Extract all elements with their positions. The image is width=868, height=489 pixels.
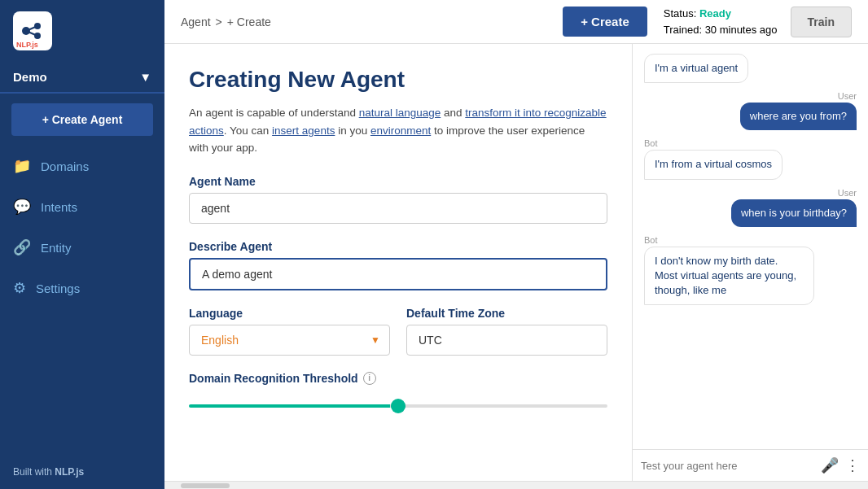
chat-message-3: User when is your birthday? <box>644 188 857 227</box>
breadcrumb-agent: Agent <box>181 15 211 28</box>
agent-name-label: Agent Name <box>189 175 607 188</box>
chat-bubble-bot: I'm a virtual agent <box>644 54 748 83</box>
create-agent-button[interactable]: + Create Agent <box>11 103 153 136</box>
chat-input-area: 🎤 ⋮ <box>633 449 868 481</box>
content-row: Creating New Agent An agent is capable o… <box>164 44 868 481</box>
timezone-group: Default Time Zone <box>406 307 607 356</box>
slider-container <box>189 393 607 414</box>
chat-bubble-user3: when is your birthday? <box>731 199 857 227</box>
chevron-down-icon: ▼ <box>139 70 151 84</box>
breadcrumb: Agent > + Create <box>181 15 563 28</box>
chat-bubble-user: where are you from? <box>740 103 857 130</box>
demo-label: Demo <box>13 70 47 84</box>
chat-label-user1: User <box>838 91 857 101</box>
chat-panel: I'm a virtual agent User where are you f… <box>632 44 868 481</box>
chat-messages: I'm a virtual agent User where are you f… <box>633 44 868 449</box>
main-area: Agent > + Create + Create Status: Ready … <box>164 0 868 489</box>
language-select[interactable]: English Spanish French German <box>189 325 390 356</box>
demo-dropdown[interactable]: Demo ▼ <box>0 62 164 94</box>
create-button[interactable]: + Create <box>563 7 647 37</box>
sidebar-item-settings[interactable]: ⚙ Settings <box>0 268 164 308</box>
logo-area: NLP.js <box>0 0 164 62</box>
chat-label-user3: User <box>838 188 857 198</box>
status-area: Status: Ready Trained: 30 minutes ago <box>664 6 778 37</box>
language-select-wrapper: English Spanish French German ▼ <box>189 325 390 356</box>
entity-icon: 🔗 <box>13 238 31 256</box>
more-button[interactable]: ⋮ <box>845 456 860 474</box>
sidebar-item-domains[interactable]: 📁 Domains <box>0 146 164 186</box>
describe-label: Describe Agent <box>189 240 607 253</box>
trained-label: Trained: <box>664 24 702 36</box>
page-title: Creating New Agent <box>189 67 607 93</box>
timezone-input[interactable] <box>406 325 607 356</box>
breadcrumb-separator: > <box>216 15 222 28</box>
form-panel: Creating New Agent An agent is capable o… <box>164 44 632 481</box>
trained-value: 30 minutes ago <box>705 24 778 36</box>
threshold-slider[interactable] <box>189 404 607 408</box>
form-hscroll-thumb <box>181 483 230 488</box>
sidebar-footer: Built with NLP.js <box>0 455 164 489</box>
sidebar-item-domains-label: Domains <box>41 159 89 173</box>
desc-insert: insert agents <box>272 124 335 137</box>
desc-agent: agent <box>205 107 233 119</box>
agent-name-group: Agent Name <box>189 175 607 224</box>
intents-icon: 💬 <box>13 198 31 216</box>
folder-icon: 📁 <box>13 157 31 175</box>
sidebar-item-intents[interactable]: 💬 Intents <box>0 186 164 227</box>
chat-message-0: I'm a virtual agent <box>644 54 857 83</box>
sidebar-item-entity[interactable]: 🔗 Entity <box>0 227 164 268</box>
chat-message-4: Bot I don't know my birth date. Most vir… <box>644 235 857 306</box>
sidebar: NLP.js Demo ▼ + Create Agent 📁 Domains 💬… <box>0 0 164 489</box>
chat-bubble-bot4: I don't know my birth date. Most virtual… <box>644 247 814 306</box>
topbar: Agent > + Create + Create Status: Ready … <box>164 0 868 44</box>
threshold-group: Domain Recognition Threshold i <box>189 372 607 414</box>
logo-icon: NLP.js <box>13 11 52 50</box>
info-icon[interactable]: i <box>363 372 376 385</box>
breadcrumb-create: + Create <box>227 15 271 28</box>
form-horizontal-scrollbar[interactable] <box>164 481 868 489</box>
chat-message-1: User where are you from? <box>644 91 857 130</box>
describe-input[interactable] <box>189 258 607 290</box>
timezone-label: Default Time Zone <box>406 307 607 320</box>
chat-input[interactable] <box>641 460 814 472</box>
language-timezone-row: Language English Spanish French German ▼… <box>189 307 607 372</box>
train-button[interactable]: Train <box>791 7 852 37</box>
chat-label-bot2: Bot <box>644 138 658 148</box>
description-text: An agent is capable of understand natura… <box>189 104 607 157</box>
desc-environment: environment <box>370 124 431 137</box>
nlpjs-brand: NLP.js <box>55 466 84 478</box>
describe-group: Describe Agent <box>189 240 607 290</box>
sidebar-item-settings-label: Settings <box>36 282 80 295</box>
threshold-label-text: Domain Recognition Threshold <box>189 372 358 385</box>
chat-message-2: Bot I'm from a virtual cosmos <box>644 138 857 179</box>
sidebar-item-intents-label: Intents <box>41 200 77 214</box>
desc-natural: natural language <box>359 107 441 119</box>
agent-name-input[interactable] <box>189 193 607 224</box>
chat-label-bot4: Bot <box>644 235 658 245</box>
svg-text:NLP.js: NLP.js <box>16 41 38 49</box>
status-label: Status: <box>664 7 696 20</box>
language-group: Language English Spanish French German ▼ <box>189 307 390 356</box>
mic-button[interactable]: 🎤 <box>821 456 839 474</box>
settings-icon: ⚙ <box>13 279 26 297</box>
threshold-label-row: Domain Recognition Threshold i <box>189 372 607 385</box>
chat-bubble-bot2: I'm from a virtual cosmos <box>644 150 783 179</box>
sidebar-item-entity-label: Entity <box>41 241 72 255</box>
status-value: Ready <box>699 7 731 20</box>
language-label: Language <box>189 307 390 320</box>
